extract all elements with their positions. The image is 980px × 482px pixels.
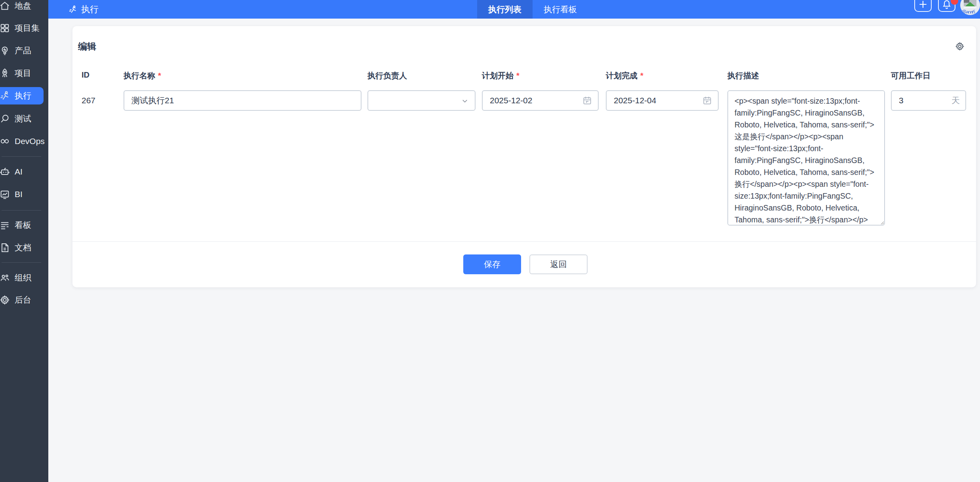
page-title: 执行	[81, 4, 99, 15]
avatar[interactable]: 兆водб	[960, 0, 980, 15]
field-label-days: 可用工作日	[891, 70, 931, 81]
card-title: 编辑	[78, 40, 96, 53]
home-icon	[0, 0, 11, 12]
sidebar-item-project[interactable]: 项目	[0, 65, 48, 82]
execution-icon	[0, 90, 11, 102]
sidebar-item-label: 组织	[15, 272, 31, 283]
sidebar-item-doc[interactable]: 文档	[0, 239, 48, 256]
save-button[interactable]: 保存	[463, 254, 521, 274]
kanban-icon	[0, 219, 11, 231]
sidebar-item-execution[interactable]: 执行	[0, 87, 44, 104]
devops-icon	[0, 135, 11, 147]
field-label-begin: 计划开始*	[482, 70, 519, 81]
begin-date-input[interactable]: 2025-12-02	[482, 90, 599, 111]
begin-date-value: 2025-12-02	[490, 96, 532, 105]
workdays-field: 天	[891, 90, 966, 111]
field-label-desc: 执行描述	[727, 70, 759, 81]
sidebar-item-ai[interactable]: AI	[0, 163, 48, 180]
tab-execution-kanban[interactable]: 执行看板	[533, 0, 588, 19]
field-label-owner: 执行负责人	[367, 70, 407, 81]
sidebar-item-org[interactable]: 组织	[0, 269, 48, 287]
sidebar-item-label: 项目	[15, 68, 31, 79]
sidebar-item-label: 执行	[15, 90, 31, 101]
product-icon	[0, 45, 11, 57]
doc-icon	[0, 242, 11, 254]
calendar-icon	[582, 95, 592, 106]
sidebar-divider	[2, 156, 41, 157]
plus-icon	[918, 0, 928, 9]
edit-card: 编辑 ID 执行名称* 执行负责人 计划开始* 计划完成* 执行描述 可用工作日…	[72, 26, 976, 287]
sidebar-item-label: DevOps	[15, 137, 45, 146]
sidebar: 地盘 项目集 产品 项目 执行 测试 DevOps AI BI 看板 文档	[0, 0, 48, 482]
gear-icon	[955, 41, 965, 51]
topbar: 执行 执行列表 执行看板 兆водб	[48, 0, 980, 19]
sidebar-item-kanban[interactable]: 看板	[0, 216, 48, 234]
sidebar-item-devops[interactable]: DevOps	[0, 133, 48, 150]
description-textarea[interactable]: <p><span style="font-size:13px;font-fami…	[727, 90, 885, 226]
sidebar-item-qa[interactable]: 测试	[0, 110, 48, 127]
calendar-icon	[702, 95, 712, 106]
sidebar-item-admin[interactable]: 后台	[0, 291, 48, 309]
sidebar-divider	[2, 262, 41, 263]
sidebar-item-product[interactable]: 产品	[0, 42, 48, 59]
sidebar-item-bi[interactable]: BI	[0, 186, 48, 203]
settings-button[interactable]	[955, 41, 965, 51]
tab-execution-list[interactable]: 执行列表	[477, 0, 533, 19]
footer-divider	[72, 241, 976, 242]
sidebar-item-label: 产品	[15, 45, 31, 56]
bi-icon	[0, 188, 11, 200]
back-button[interactable]: 返回	[529, 254, 588, 274]
sidebar-divider	[2, 210, 41, 211]
owner-select[interactable]	[367, 90, 476, 111]
qa-icon	[0, 113, 11, 125]
sidebar-item-label: 项目集	[15, 23, 40, 34]
topbar-tabs: 执行列表 执行看板	[477, 0, 588, 19]
required-mark: *	[640, 71, 643, 80]
name-input[interactable]	[124, 90, 362, 111]
sidebar-item-label: 文档	[15, 242, 31, 253]
required-mark: *	[516, 71, 519, 80]
field-label-name: 执行名称*	[124, 70, 161, 81]
admin-icon	[0, 294, 11, 306]
sidebar-item-label: 看板	[15, 220, 31, 231]
ai-icon	[0, 166, 11, 178]
field-label-end: 计划完成*	[606, 70, 643, 81]
topbar-title: 执行	[68, 0, 99, 19]
avatar-photo	[964, 0, 976, 8]
required-mark: *	[158, 71, 161, 80]
id-value: 267	[82, 90, 95, 111]
avatar-caption: 兆водб	[962, 9, 978, 13]
chevron-down-icon	[461, 97, 468, 104]
program-icon	[0, 22, 11, 34]
sidebar-item-label: BI	[15, 190, 23, 199]
workdays-input[interactable]	[891, 90, 966, 111]
sidebar-item-label: 后台	[15, 294, 31, 306]
runner-icon	[68, 5, 78, 14]
end-date-input[interactable]: 2025-12-04	[606, 90, 719, 111]
end-date-value: 2025-12-04	[614, 96, 656, 105]
sidebar-item-label: 地盘	[15, 0, 31, 11]
field-label-id: ID	[82, 70, 89, 80]
project-icon	[0, 67, 11, 79]
sidebar-item-home[interactable]: 地盘	[0, 0, 48, 15]
sidebar-item-program[interactable]: 项目集	[0, 19, 48, 37]
sidebar-item-label: 测试	[15, 113, 31, 124]
sidebar-item-label: AI	[15, 167, 23, 176]
create-button[interactable]	[914, 0, 932, 12]
org-icon	[0, 272, 11, 284]
